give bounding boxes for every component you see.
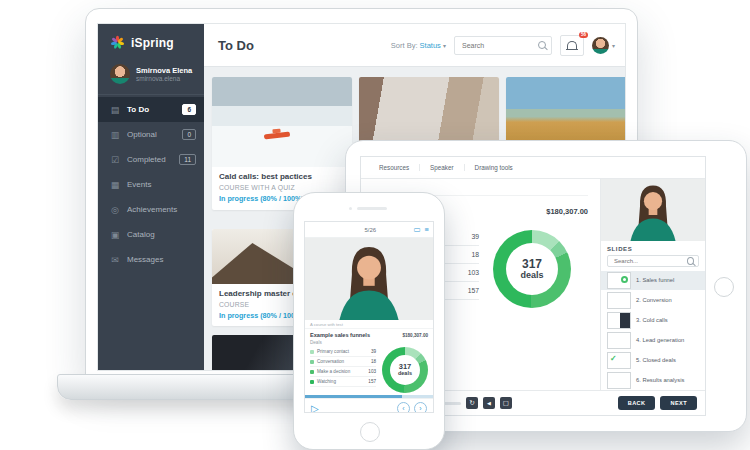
course-image: [212, 77, 352, 167]
notifications-button[interactable]: 56: [560, 35, 584, 56]
funnel-legend: Primary contact 39 Conversation 18 Make …: [310, 347, 376, 387]
back-button[interactable]: BACK: [618, 396, 656, 410]
row-value: 39: [471, 233, 479, 240]
slide-item-label: 6. Results analysis: [636, 377, 684, 384]
sidebar-item-label: Catalog: [127, 230, 196, 239]
user-box[interactable]: Smirnova Elena smirnova.elena: [98, 60, 204, 95]
slide-amount: $180,307.00: [546, 207, 588, 216]
menu-icon[interactable]: ≡: [425, 225, 429, 234]
replay-button[interactable]: ↻: [466, 397, 478, 409]
sidebar-item-catalog[interactable]: ▣ Catalog: [98, 222, 204, 247]
slide-item-6[interactable]: 6. Results analysis: [601, 370, 705, 390]
deals-donut-chart: 317 deals: [493, 230, 571, 308]
group-label: Deals: [310, 340, 428, 345]
slides-search-input[interactable]: [612, 257, 684, 265]
optional-count-badge: 0: [182, 129, 196, 140]
user-avatar: [110, 64, 130, 84]
sort-label: Sort By:: [391, 41, 418, 50]
mobile-slide: Example sales funnels $180,307.00 Deals …: [305, 329, 433, 393]
phone-earpiece: [357, 207, 387, 210]
sidebar-item-label: Messages: [127, 255, 196, 264]
sidebar-item-label: Optional: [127, 130, 175, 139]
slide-item-label: 4. Lead generation: [636, 337, 684, 344]
donut-value: 317: [520, 258, 543, 271]
slides-panel: SLIDES 1. Sales funnel 2. Conversion: [600, 179, 705, 390]
donut-unit: deals: [520, 271, 543, 280]
slides-search-box[interactable]: [607, 255, 699, 267]
replay-icon: ↻: [469, 399, 474, 407]
sidebar-item-achievements[interactable]: ◎ Achievements: [98, 197, 204, 222]
course-card-cold-calls[interactable]: Cald calls: best pactices COURSE WITH A …: [212, 77, 352, 210]
legend-swatch: [310, 360, 314, 364]
phone-home-button[interactable]: [360, 422, 380, 442]
play-button[interactable]: ▷: [311, 403, 393, 413]
topbar-avatar[interactable]: [592, 37, 609, 54]
legend-row: Make a decision 103: [310, 367, 376, 377]
speaker-video[interactable]: [601, 179, 705, 241]
legend-swatch: [310, 350, 314, 354]
completed-count-badge: 11: [179, 154, 196, 165]
brand: iSpring: [98, 24, 204, 60]
player-tabs: Resources Speaker Drawing tools: [361, 157, 705, 179]
slide-thumbnail: ✓: [607, 352, 631, 369]
legend-value: 103: [368, 369, 376, 374]
slide-amount: $180,307.00: [402, 333, 428, 338]
speaker-video[interactable]: [305, 238, 433, 320]
user-login: smirnova.elena: [136, 75, 192, 83]
play-icon: ▷: [311, 403, 319, 413]
tab-speaker[interactable]: Speaker: [420, 164, 464, 171]
topbar: To Do Sort By: Status ▾ 56: [204, 24, 625, 67]
marketing-scene: iSpring Smirnova Elena smirnova.elena ▤ …: [0, 0, 750, 450]
display-icon[interactable]: ▭: [414, 225, 421, 234]
speaker-portrait: [305, 238, 433, 320]
legend-value: 18: [371, 359, 376, 364]
sidebar-item-completed[interactable]: ☑ Completed 11: [98, 147, 204, 172]
tab-drawing-tools[interactable]: Drawing tools: [465, 164, 523, 171]
page-title: To Do: [218, 38, 383, 53]
deals-donut-chart: 317 deals: [382, 347, 428, 393]
catalog-icon: ▣: [110, 230, 120, 240]
row-value: 157: [468, 287, 479, 294]
search-box[interactable]: [454, 36, 552, 55]
row-value: 103: [468, 269, 479, 276]
slide-item-4[interactable]: 4. Lead generation: [601, 330, 705, 350]
slide-item-5[interactable]: ✓ 5. Closed deals: [601, 350, 705, 370]
brand-name: iSpring: [131, 36, 174, 50]
envelope-icon: ✉: [110, 255, 120, 265]
tablet-home-button[interactable]: [714, 277, 734, 297]
slide-item-1[interactable]: 1. Sales funnel: [601, 271, 705, 291]
sidebar-item-events[interactable]: ▦ Events: [98, 172, 204, 197]
calendar-icon: ▦: [110, 180, 120, 190]
course-type: COURSE WITH A QUIZ: [219, 184, 345, 191]
slide-thumbnail: [607, 312, 631, 329]
slide-item-label: 5. Closed deals: [636, 357, 676, 364]
user-name: Smirnova Elena: [136, 66, 192, 75]
sidebar-item-optional[interactable]: ▥ Optional 0: [98, 122, 204, 147]
next-button[interactable]: NEXT: [660, 396, 697, 410]
slide-item-2[interactable]: 2. Conversion: [601, 290, 705, 310]
account-menu[interactable]: ▾: [592, 37, 615, 54]
slide-item-3[interactable]: 3. Cold calls: [601, 310, 705, 330]
sort-by[interactable]: Sort By: Status ▾: [391, 41, 446, 50]
legend-row: Conversation 18: [310, 357, 376, 367]
mobile-topbar: 5/26 ▭ ≡: [305, 222, 433, 238]
previous-slide-button[interactable]: ‹: [397, 402, 410, 413]
legend-label: Watching: [317, 379, 365, 384]
slide-title: Example sales funnels: [310, 332, 402, 338]
fullscreen-button[interactable]: ▢: [500, 397, 512, 409]
slide-thumbnail: [607, 272, 631, 289]
legend-row: Primary contact 39: [310, 347, 376, 357]
sidebar-item-label: Events: [127, 180, 196, 189]
notification-badge: 56: [579, 32, 588, 39]
search-icon[interactable]: [538, 41, 546, 49]
search-icon: [687, 257, 694, 265]
module-label: A course with test: [305, 320, 433, 329]
sort-value[interactable]: Status: [420, 41, 441, 50]
next-slide-button[interactable]: ›: [414, 402, 427, 413]
sidebar-item-messages[interactable]: ✉ Messages: [98, 247, 204, 272]
slide-item-label: 3. Cold calls: [636, 317, 668, 324]
search-input[interactable]: [460, 41, 534, 50]
volume-button[interactable]: ◀: [483, 397, 495, 409]
sidebar-item-todo[interactable]: ▤ To Do 6: [98, 97, 204, 122]
tab-resources[interactable]: Resources: [369, 164, 420, 171]
